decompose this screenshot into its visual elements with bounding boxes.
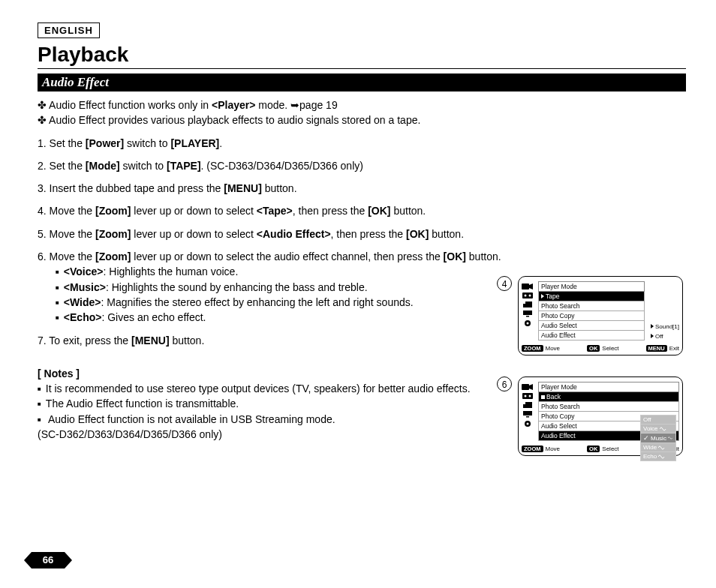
svg-rect-19 — [526, 416, 529, 418]
text: . — [219, 137, 222, 149]
wave-icon — [658, 454, 666, 460]
mode-icon-column — [522, 382, 535, 441]
text: , then press the — [293, 205, 368, 217]
label: Off — [643, 416, 651, 423]
label: Move — [546, 345, 561, 352]
text: : Magnifies the stereo effect by enhanci… — [101, 296, 414, 308]
effect-echo: <Echo>: Gives an echo effect. — [56, 310, 518, 325]
note-1: It is recommended to use stereo type out… — [38, 381, 503, 396]
step-1: 1. Set the [Power] switch to [PLAYER]. — [38, 136, 518, 151]
text: button. — [170, 334, 205, 346]
bold: <Voice> — [64, 266, 104, 278]
step-6: 6. Move the [Zoom] lever up or down to s… — [38, 249, 518, 325]
camcorder-icon — [522, 383, 534, 391]
label: Echo — [643, 453, 657, 460]
step-4: 4. Move the [Zoom] lever up or down to s… — [38, 203, 518, 218]
step-circle-4: 4 — [497, 276, 512, 291]
bold: <Echo> — [64, 311, 102, 323]
option-wide[interactable]: Wide — [640, 443, 676, 452]
wave-icon — [658, 445, 666, 451]
bold: [Zoom] — [95, 228, 131, 240]
language-box: ENGLISH — [38, 22, 100, 38]
menu-item[interactable]: Audio Select — [538, 321, 645, 331]
zoom-key-icon: ZOOM — [522, 446, 543, 452]
text: 3. Insert the dubbed tape and press the — [38, 182, 224, 194]
effect-music: <Music>: Highlights the sound by enhanci… — [56, 280, 518, 295]
bold: <Audio Effect> — [257, 228, 331, 240]
menu-item[interactable]: Photo Search — [538, 402, 679, 412]
text: button. — [429, 228, 464, 240]
menu-list-4: Player Mode Tape Photo Search Photo Copy… — [538, 281, 645, 340]
option-voice[interactable]: Voice — [640, 424, 676, 434]
gear-icon — [522, 319, 534, 328]
text: 5. Move the — [38, 228, 95, 240]
wave-icon — [668, 435, 673, 441]
menu-item-back[interactable]: Back — [538, 392, 679, 402]
bold: [Zoom] — [95, 205, 131, 217]
svg-point-15 — [529, 395, 531, 398]
page-title: Playback — [38, 43, 686, 67]
bold: <Player> — [212, 99, 255, 111]
text: switch to — [124, 137, 170, 149]
text: button. — [466, 250, 501, 262]
effect-wide: <Wide>: Magnifies the stereo effect by e… — [56, 295, 518, 310]
text: 6. Move the — [38, 250, 95, 262]
bold: [Zoom] — [95, 250, 131, 262]
svg-rect-2 — [522, 292, 533, 298]
lcd-screen-4: Player Mode Tape Photo Search Photo Copy… — [518, 276, 683, 356]
svg-point-10 — [527, 322, 529, 325]
menu-item-tape[interactable]: Tape — [538, 292, 645, 302]
tape-icon — [522, 292, 534, 299]
ok-key-icon: OK — [587, 345, 600, 352]
label: Exit — [669, 345, 679, 352]
label: Voice — [643, 425, 658, 432]
mode-icon-column — [522, 281, 535, 340]
label: Select — [602, 446, 618, 452]
text: 7. To exit, press the — [38, 334, 131, 346]
option-echo[interactable]: Echo — [640, 452, 676, 461]
ok-key-icon: OK — [587, 446, 600, 452]
svg-rect-7 — [523, 310, 532, 315]
menu-item[interactable]: Photo Copy — [538, 311, 645, 321]
svg-point-3 — [525, 295, 527, 297]
label: Back — [546, 393, 561, 400]
text: mode. ➥page 19 — [255, 99, 337, 111]
card-icon — [522, 301, 534, 308]
svg-point-14 — [525, 395, 527, 398]
menu-header: Player Mode — [538, 382, 679, 392]
lcd-footer: ZOOMMove OKSelect MENUExit — [522, 345, 679, 352]
text: 4. Move the — [38, 205, 95, 217]
option-off[interactable]: Off — [640, 415, 676, 424]
title-rule — [38, 68, 686, 69]
option-music[interactable]: ✓Music — [640, 434, 676, 443]
monitor-icon — [522, 310, 534, 317]
svg-rect-0 — [522, 284, 529, 290]
camcorder-icon — [522, 283, 534, 290]
screen-illustrations: 4 Player Mode Tape Photo Search Photo Co… — [518, 276, 690, 477]
value: Sound[1] — [655, 323, 679, 330]
bold: <Music> — [64, 281, 106, 293]
bold: [Power] — [86, 137, 124, 149]
text: 2. Set the — [38, 160, 86, 172]
menu-item[interactable]: Photo Search — [538, 302, 645, 311]
menu-values-4: Sound[1] Off — [651, 281, 679, 340]
svg-rect-11 — [522, 384, 529, 390]
bold: [OK] — [406, 228, 429, 240]
text: button. — [262, 182, 297, 194]
bold: [OK] — [444, 250, 466, 262]
intro-line-1: ✤ Audio Effect function works only in <P… — [38, 98, 686, 112]
arrow-right-icon — [651, 334, 654, 338]
lcd-screen-6: Player Mode Back Photo Search Photo Copy… — [518, 376, 683, 456]
svg-rect-13 — [522, 393, 533, 399]
step-7: 7. To exit, press the [MENU] button. — [38, 333, 518, 348]
menu-item[interactable]: Audio Effect — [538, 331, 645, 340]
gear-icon — [522, 419, 534, 428]
text: : Highlights the human voice. — [104, 266, 239, 278]
menu-header: Player Mode — [538, 281, 645, 292]
svg-rect-8 — [526, 316, 529, 317]
text: : Gives an echo effect. — [101, 311, 206, 323]
label: Music — [651, 435, 666, 442]
monitor-icon — [522, 410, 534, 418]
bold: [PLAYER] — [170, 137, 219, 149]
page-number-badge: 66 — [32, 552, 65, 568]
